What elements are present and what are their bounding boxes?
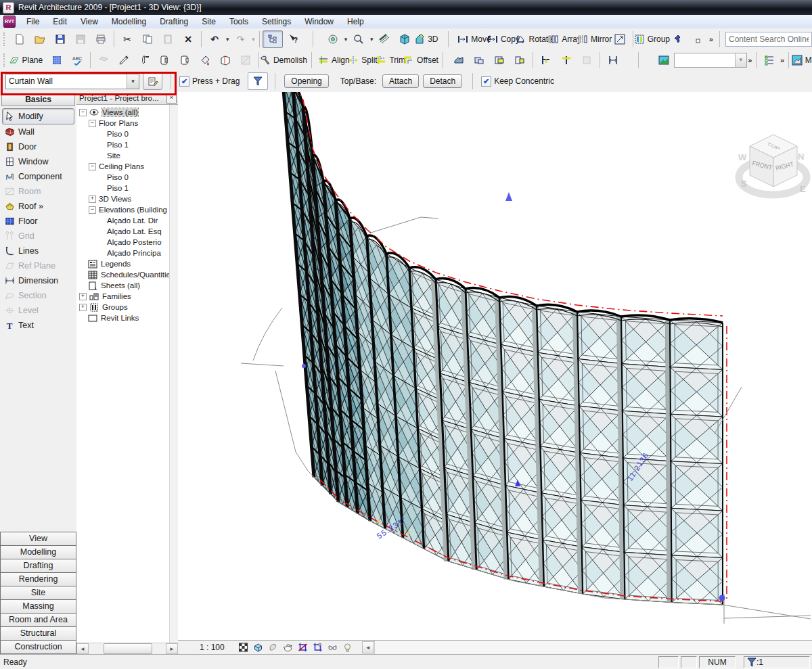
offset-button[interactable]: Offset — [405, 51, 437, 69]
content-search-input[interactable] — [725, 32, 812, 47]
attach-wall-button[interactable] — [469, 51, 489, 69]
tree-item[interactable]: Alçado Posterio — [76, 237, 178, 248]
pattern-combo-arrow[interactable]: ▾ — [735, 53, 746, 67]
menu-item-drafting[interactable]: Drafting — [153, 16, 195, 28]
origin-marker[interactable] — [302, 364, 306, 368]
collapse-icon[interactable]: − — [89, 206, 96, 214]
scroll-left-button[interactable]: ◄ — [76, 643, 89, 654]
crop-off-icon[interactable] — [296, 642, 310, 653]
viewport-hscrollbar[interactable] — [374, 641, 812, 654]
wall-joins-button[interactable] — [536, 51, 556, 69]
design-bar-tab-massing[interactable]: Massing — [0, 599, 76, 613]
crop-region-icon[interactable] — [311, 642, 325, 653]
beam-joins-button[interactable] — [556, 51, 577, 69]
design-bar-item-wall[interactable]: Wall — [0, 124, 76, 139]
design-bar-tab-modelling[interactable]: Modelling — [0, 545, 76, 559]
design-bar-tab-rendering[interactable]: Rendering — [0, 572, 76, 586]
lightbulb-icon[interactable] — [341, 642, 355, 653]
dynamic-view-button[interactable] — [394, 30, 415, 48]
design-bar-item-floor[interactable]: Floor — [0, 214, 76, 229]
group-button[interactable]: Group — [636, 30, 668, 48]
tree-item[interactable]: Alçado Lat. Dir — [76, 215, 178, 226]
viewcube-east[interactable]: E — [800, 184, 806, 194]
design-bar-tab-drafting[interactable]: Drafting — [0, 559, 76, 572]
menu-item-tools[interactable]: Tools — [223, 16, 255, 28]
model-graphics-icon[interactable] — [252, 642, 265, 653]
rendering-icon[interactable] — [281, 642, 295, 653]
viewport-scroll-left[interactable]: ◄ — [362, 641, 374, 653]
project-browser-toggle[interactable] — [263, 30, 283, 48]
mirror-button[interactable]: Mirror — [579, 30, 610, 48]
press-drag-checkbox[interactable]: ✔ — [179, 76, 189, 87]
viewcube-west[interactable]: W — [738, 152, 747, 162]
tree-item[interactable]: Revit Links — [76, 313, 178, 323]
match-type-button[interactable] — [114, 51, 134, 69]
rotate-button[interactable]: Rotate — [518, 30, 550, 48]
project-browser-hscrollbar[interactable]: ◄ ► — [76, 643, 178, 654]
tree-item[interactable]: +3D Views — [76, 193, 178, 204]
design-bar-item-lines[interactable]: Lines — [0, 244, 76, 258]
menu-item-help[interactable]: Help — [340, 16, 371, 28]
reveal-hidden-icon[interactable] — [326, 642, 340, 653]
help-button[interactable]: ? — [283, 30, 303, 48]
drawing-area[interactable]: 11.213655.231° N W S E TOP FRONT RIGHT 1… — [178, 92, 812, 654]
collapse-icon[interactable]: − — [89, 163, 96, 170]
tree-item[interactable]: −Floor Plans — [76, 118, 178, 129]
zoom-button[interactable] — [348, 30, 369, 48]
tree-item[interactable]: +Groups — [76, 302, 178, 313]
pin-button[interactable] — [668, 30, 688, 48]
steering-wheel-button[interactable] — [323, 30, 343, 48]
trim-button[interactable]: Trim — [377, 51, 405, 69]
new-button[interactable] — [9, 30, 30, 48]
region-button[interactable] — [654, 51, 674, 69]
thin-lines-button[interactable] — [374, 30, 394, 48]
linework-button[interactable] — [134, 51, 154, 69]
expand-icon[interactable]: + — [79, 304, 87, 311]
tree-item[interactable]: Site — [76, 150, 178, 161]
type-selector-arrow[interactable]: ▾ — [127, 74, 139, 89]
design-bar-tab-view[interactable]: View — [0, 532, 76, 545]
work-plane-button[interactable]: Plane — [9, 51, 41, 69]
viewcube-south[interactable]: S — [741, 179, 747, 189]
detail-level-icon[interactable] — [237, 642, 250, 653]
undo-button[interactable]: ↶ — [204, 30, 225, 48]
unpin-button[interactable] — [688, 30, 708, 48]
unjoin-geometry-button[interactable] — [510, 51, 530, 69]
menu-item-window[interactable]: Window — [298, 16, 340, 28]
resize-button[interactable] — [610, 30, 630, 48]
scroll-right-button[interactable]: ► — [166, 643, 178, 654]
split-button[interactable]: Split — [348, 51, 376, 69]
toolbar-grip[interactable] — [3, 32, 7, 46]
join-roof-button[interactable] — [449, 51, 469, 69]
tree-item[interactable]: −Ceiling Plans — [76, 161, 178, 172]
open-button[interactable] — [30, 30, 50, 48]
collapse-icon[interactable]: − — [89, 120, 96, 127]
zoom-dropdown[interactable]: ▾ — [369, 32, 374, 47]
paint-button[interactable] — [195, 51, 215, 69]
scrollbar-thumb[interactable] — [104, 643, 152, 654]
design-bar-item-dimension[interactable]: Dimension — [0, 273, 76, 288]
demolish-button[interactable]: Demolish — [262, 51, 304, 69]
copy-clipboard-button[interactable] — [137, 30, 158, 48]
design-bar-tab-construction[interactable]: Construction — [0, 640, 76, 654]
design-options-button[interactable] — [759, 51, 780, 69]
design-bar-item-component[interactable]: Component — [0, 169, 76, 184]
design-bar-item-door[interactable]: Door — [0, 139, 76, 154]
viewcube-north[interactable]: N — [798, 152, 804, 162]
tree-item[interactable]: −Elevations (Building — [76, 204, 178, 215]
menu-item-edit[interactable]: Edit — [46, 16, 74, 28]
toolbar-grip2[interactable] — [3, 53, 7, 67]
menu-item-view[interactable]: View — [74, 16, 105, 28]
join-geometry-button[interactable] — [489, 51, 510, 69]
design-bar-item-roof[interactable]: Roof » — [0, 199, 76, 214]
expand-icon[interactable]: + — [79, 293, 87, 300]
tree-item[interactable]: Alçado Principa — [76, 248, 178, 258]
tree-item[interactable]: Alçado Lat. Esq — [76, 226, 178, 237]
grid-toggle-button[interactable] — [47, 51, 67, 69]
copy-button[interactable]: Copy — [489, 30, 518, 48]
project-browser-close-button[interactable]: × — [166, 93, 177, 103]
design-bar-item-window[interactable]: Window — [0, 154, 76, 169]
align-button[interactable]: Align — [319, 51, 348, 69]
revit-doc-icon[interactable]: RVT — [3, 16, 16, 28]
scale-indicator[interactable]: 1 : 100 — [200, 643, 225, 652]
